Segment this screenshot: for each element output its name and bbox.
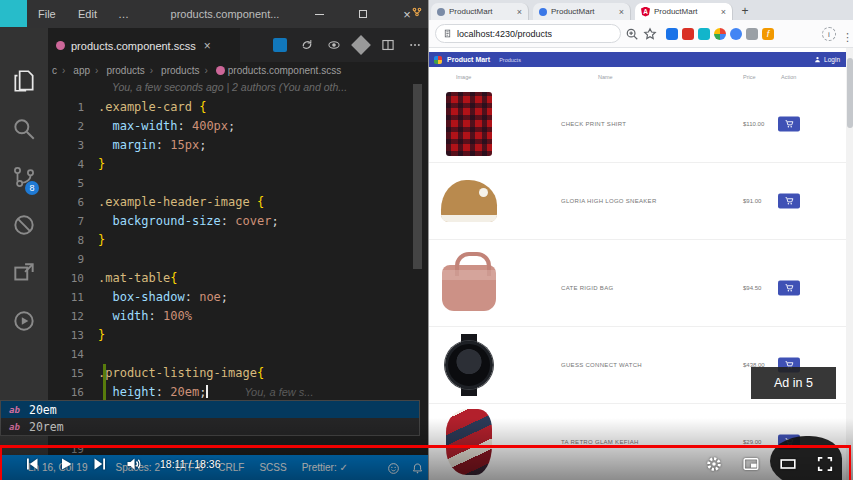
vscode-app-icon	[0, 0, 27, 27]
breadcrumb-item[interactable]: app	[57, 65, 90, 76]
word-suggestion-icon	[9, 405, 23, 415]
browser-tab-strip: ProductMart×ProductMart×ProductMart×	[429, 0, 853, 20]
product-name: CHECK PRINT SHIRT	[561, 121, 626, 127]
status-item[interactable]: Prettier: ✓	[302, 462, 348, 473]
product-image	[446, 92, 492, 156]
run-debug-icon[interactable]	[11, 308, 37, 334]
status-item[interactable]: UTF-8	[175, 462, 203, 473]
omnibox[interactable]: localhost:4230/products	[435, 24, 621, 43]
editor-actions	[273, 28, 422, 62]
code-text: .mat-table{	[98, 269, 177, 288]
extensions-blocked-icon[interactable]	[11, 212, 37, 238]
zoom-icon[interactable]	[625, 27, 639, 41]
extension-icon-teal[interactable]	[698, 28, 710, 40]
menu-edit[interactable]: Edit	[70, 0, 105, 28]
extension-icon-red[interactable]	[682, 28, 694, 40]
code-line: 10.mat-table{	[48, 269, 428, 288]
add-to-cart-button[interactable]	[778, 117, 800, 132]
code-line: 6.example-header-image {	[48, 193, 428, 212]
extension-icon-gray[interactable]	[746, 28, 758, 40]
product-name: GUESS CONNECT WATCH	[561, 362, 642, 368]
person-icon	[814, 56, 821, 63]
search-icon[interactable]	[11, 116, 37, 142]
browser-tab[interactable]: ProductMart×	[635, 3, 733, 20]
breadcrumb-item[interactable]: products.component.scss	[199, 65, 341, 76]
bookmark-star-icon[interactable]	[643, 27, 657, 41]
new-tab-button[interactable]: +	[737, 4, 753, 20]
tab-close-icon[interactable]: ×	[721, 7, 726, 17]
product-image	[441, 180, 497, 222]
extension-icon-pinwheel[interactable]	[714, 28, 726, 40]
product-row: GLORIA HIGH LOGO SNEAKER$91.00	[429, 163, 846, 240]
code-text: .example-card {	[98, 98, 206, 117]
product-row: CATE RIGID BAG$94.50	[429, 250, 846, 327]
add-to-cart-button[interactable]	[778, 435, 800, 450]
add-to-cart-button[interactable]	[778, 194, 800, 209]
add-to-cart-button[interactable]	[778, 358, 800, 373]
nav-link-products[interactable]: Products	[499, 57, 521, 63]
code-text: }	[98, 231, 105, 250]
breadcrumb-item[interactable]: products	[90, 65, 145, 76]
tab-products-component-scss[interactable]: products.component.scss ×	[48, 28, 240, 62]
split-editor-icon[interactable]	[381, 38, 395, 52]
line-number: 4	[48, 155, 98, 174]
minimize-button[interactable]	[302, 0, 336, 28]
page-scrollbar[interactable]	[846, 48, 853, 480]
status-item[interactable]: Ln 16, Col 19	[28, 462, 88, 473]
sync-icon[interactable]	[300, 38, 314, 52]
product-row: CHECK PRINT SHIRT$110.00	[429, 86, 846, 163]
code-line: 5	[48, 174, 428, 193]
column-header: Action	[781, 74, 796, 80]
status-item[interactable]: Spaces: 2	[116, 462, 160, 473]
youtube-video-frame: File Edit … products.component... × 8	[0, 0, 853, 480]
tab-title: ProductMart	[551, 7, 615, 16]
line-number: 19	[48, 440, 98, 455]
login-button[interactable]: Login	[814, 52, 840, 67]
window-title: products.component...	[150, 0, 300, 28]
extension-icon-f[interactable]	[762, 28, 774, 40]
open-changes-icon[interactable]	[273, 38, 287, 52]
breadcrumb-item[interactable]: products	[145, 65, 200, 76]
browser-menu-icon[interactable]	[842, 27, 846, 41]
page-scrollbar-thumb[interactable]	[847, 58, 853, 128]
menu-more[interactable]: …	[110, 0, 137, 28]
tab-close-icon[interactable]: ×	[619, 7, 624, 17]
scss-file-icon	[216, 66, 225, 75]
app-logo-icon	[434, 56, 442, 64]
maximize-button[interactable]	[346, 0, 380, 28]
remote-window-icon[interactable]	[11, 260, 37, 286]
line-number: 8	[48, 231, 98, 250]
code-text: background-size: cover;	[98, 212, 279, 231]
preview-icon[interactable]	[327, 38, 341, 52]
status-item[interactable]: SCSS	[259, 462, 286, 473]
code-text: .example-header-image {	[98, 193, 264, 212]
extension-icon-person[interactable]	[666, 28, 678, 40]
suggestion-item[interactable]: 20em	[1, 401, 419, 418]
status-item[interactable]: CRLF	[218, 462, 244, 473]
git-fork-icon[interactable]	[412, 3, 422, 13]
tab-close-icon[interactable]: ×	[204, 39, 211, 53]
notifications-bell-icon[interactable]	[411, 461, 424, 474]
menu-file[interactable]: File	[30, 0, 64, 28]
profile-info-icon[interactable]	[822, 27, 836, 41]
browser-tab[interactable]: ProductMart×	[431, 3, 529, 20]
gitlens-blame: You, a few seconds ago | 2 authors (You …	[112, 81, 347, 93]
add-to-cart-button[interactable]	[778, 281, 800, 296]
format-icon[interactable]	[351, 35, 371, 55]
feedback-smiley-icon[interactable]	[387, 461, 400, 474]
code-editor[interactable]: You, a few seconds ago | 2 authors (You …	[48, 78, 428, 455]
extension-icon-blue[interactable]	[730, 28, 742, 40]
tab-favicon	[539, 8, 547, 16]
line-number: 10	[48, 269, 98, 288]
explorer-icon[interactable]	[11, 68, 37, 94]
tab-close-icon[interactable]: ×	[517, 7, 522, 17]
suggestion-item[interactable]: 20rem	[1, 418, 419, 435]
editor-scrollbar[interactable]	[413, 84, 422, 269]
code-line: 19	[48, 440, 428, 455]
brand-title[interactable]: Product Mart	[447, 56, 490, 63]
tab-title: ProductMart	[654, 7, 717, 16]
url-text[interactable]: localhost:4230/products	[457, 29, 552, 39]
more-actions-icon[interactable]	[408, 38, 422, 52]
browser-tab[interactable]: ProductMart×	[533, 3, 631, 20]
line-number: 11	[48, 288, 98, 307]
